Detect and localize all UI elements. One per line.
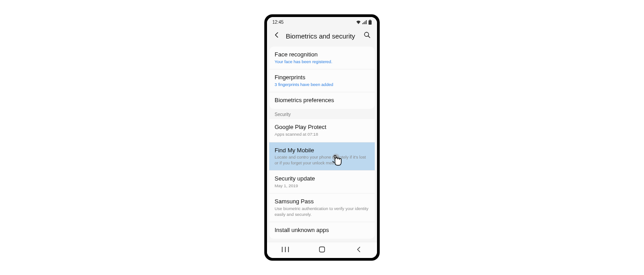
- nav-back-icon: [356, 246, 361, 254]
- nav-recent-button[interactable]: [272, 246, 299, 254]
- row-title: Security update: [275, 175, 369, 183]
- row-install-unknown-apps[interactable]: Install unknown apps: [269, 222, 375, 239]
- recent-icon: [282, 246, 289, 254]
- row-subtitle: Apps scanned at 07:18: [275, 132, 369, 137]
- content-scroll[interactable]: Face recognition Your face has been regi…: [267, 45, 377, 242]
- nav-home-button[interactable]: [309, 246, 335, 254]
- row-subtitle: May 1, 2019: [275, 183, 369, 189]
- biometrics-section: Face recognition Your face has been regi…: [269, 47, 375, 109]
- row-biometrics-preferences[interactable]: Biometrics preferences: [269, 92, 375, 109]
- row-title: Biometrics preferences: [275, 97, 369, 104]
- row-subtitle: Locate and contro your phone remotely if…: [275, 155, 369, 166]
- navigation-bar: [267, 242, 377, 258]
- row-google-play-protect[interactable]: Google Play Protect Apps scanned at 07:1…: [269, 119, 375, 142]
- row-title: Fingerprints: [275, 74, 369, 82]
- wifi-icon: [356, 20, 361, 24]
- search-icon: [364, 31, 371, 40]
- home-icon: [319, 246, 325, 254]
- row-title: Google Play Protect: [275, 124, 369, 131]
- svg-rect-7: [319, 247, 324, 252]
- row-title: Face recognition: [275, 51, 369, 59]
- status-bar: 12:45: [267, 17, 377, 27]
- row-subtitle: Use biometric authentication to verify y…: [275, 206, 369, 217]
- row-find-my-mobile[interactable]: Find My Mobile Locate and contro your ph…: [269, 142, 375, 171]
- row-title: Find My Mobile: [275, 147, 369, 155]
- chevron-left-icon: [273, 31, 280, 40]
- row-fingerprints[interactable]: Fingerprints 3 fingerprints have been ad…: [269, 69, 375, 92]
- search-button[interactable]: [362, 30, 373, 41]
- row-title: Samsung Pass: [275, 198, 369, 206]
- row-subtitle: Your face has been registered.: [275, 59, 369, 64]
- nav-back-button[interactable]: [345, 246, 372, 254]
- status-icons: [356, 20, 372, 25]
- row-subtitle: 3 fingerprints have been added: [275, 82, 369, 87]
- phone-frame: 12:45 Biometrics and security: [264, 14, 380, 261]
- battery-icon: [369, 20, 372, 25]
- page-title: Biometrics and security: [286, 32, 358, 40]
- row-security-update[interactable]: Security update May 1, 2019: [269, 170, 375, 193]
- section-header-security: Security: [267, 109, 377, 119]
- status-time: 12:45: [272, 20, 284, 25]
- back-button[interactable]: [271, 30, 282, 41]
- signal-icon: [362, 20, 367, 24]
- phone-screen: 12:45 Biometrics and security: [267, 17, 377, 258]
- svg-line-3: [368, 36, 370, 38]
- row-title: Install unknown apps: [275, 227, 369, 234]
- svg-rect-0: [369, 20, 372, 25]
- app-header: Biometrics and security: [267, 27, 377, 45]
- row-face-recognition[interactable]: Face recognition Your face has been regi…: [269, 47, 375, 69]
- security-section: Google Play Protect Apps scanned at 07:1…: [269, 119, 375, 239]
- row-samsung-pass[interactable]: Samsung Pass Use biometric authenticatio…: [269, 193, 375, 222]
- svg-rect-1: [369, 20, 371, 20]
